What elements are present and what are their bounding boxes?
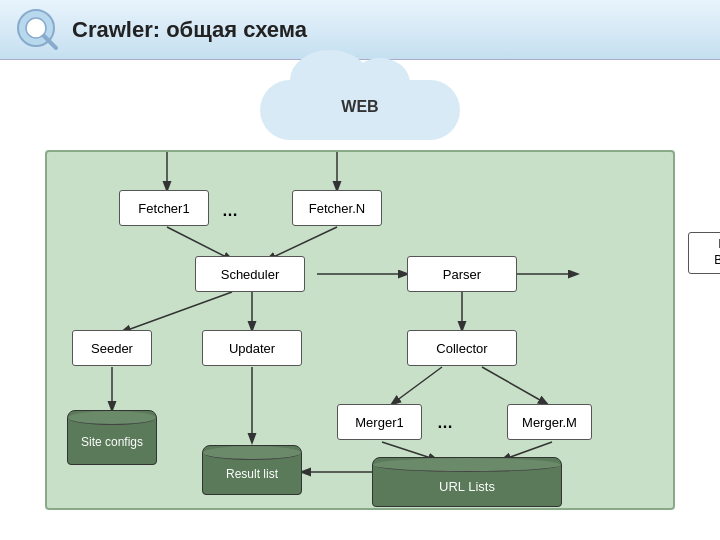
page-title: Crawler: общая схема <box>72 17 307 43</box>
fetcherN-box: Fetcher.N <box>292 190 382 226</box>
logo-icon <box>16 8 60 52</box>
main-content: WEB <box>0 60 720 540</box>
result-list-box: Result list <box>202 445 302 495</box>
web-label: WEB <box>341 98 378 116</box>
url-lists-box: URL Lists <box>372 457 562 507</box>
web-cloud-container: WEB <box>16 70 704 150</box>
collector-box: Collector <box>407 330 517 366</box>
svg-line-15 <box>482 367 547 404</box>
diagram-area: Fetcher1 … Fetcher.N Scheduler Parser In… <box>45 150 675 510</box>
ellipsis2: … <box>437 414 453 432</box>
fetcher1-box: Fetcher1 <box>119 190 209 226</box>
merger1-box: Merger1 <box>337 404 422 440</box>
site-configs-box: Site configs <box>67 410 157 465</box>
seeder-box: Seeder <box>72 330 152 366</box>
index-builder-box: Index Builder <box>688 232 720 274</box>
updater-box: Updater <box>202 330 302 366</box>
header: Crawler: общая схема <box>0 0 720 60</box>
ellipsis1: … <box>222 202 238 220</box>
svg-line-9 <box>122 292 232 332</box>
parser-box: Parser <box>407 256 517 292</box>
mergerM-box: Merger.M <box>507 404 592 440</box>
svg-line-14 <box>392 367 442 404</box>
scheduler-box: Scheduler <box>195 256 305 292</box>
